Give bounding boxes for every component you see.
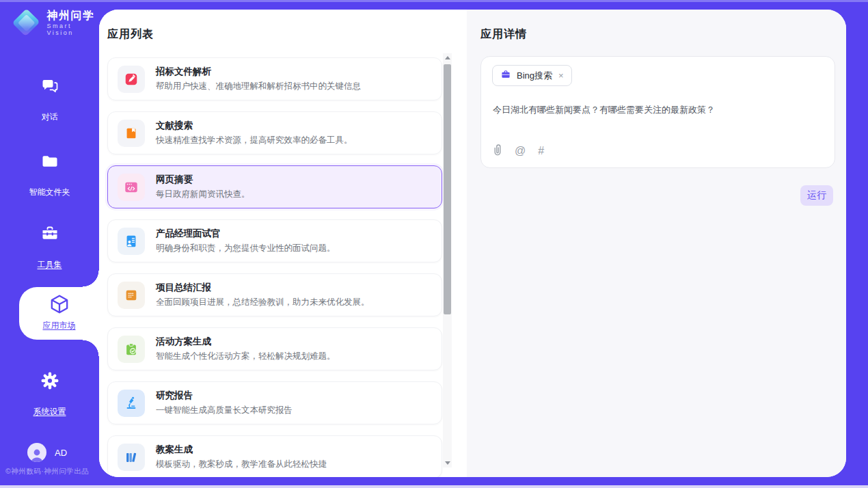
browser-code-icon <box>118 174 145 201</box>
app-card-title: 项目总结汇报 <box>156 282 370 294</box>
app-card[interactable]: 教案生成 模板驱动，教案秒成，教学准备从此轻松快捷 <box>107 435 442 477</box>
hash-icon[interactable]: # <box>538 145 544 157</box>
book-icon <box>118 120 145 147</box>
prompt-card[interactable]: Bing搜索 × 今日湖北有哪些新闻要点？有哪些需要关注的最新政策？ @ # <box>480 56 835 168</box>
app-card-description: 帮助用户快速、准确地理解和解析招标书中的关键信息 <box>156 81 361 92</box>
app-card[interactable]: 项目总结汇报 全面回顾项目进展，总结经验教训，助力未来优化发展。 <box>107 273 442 316</box>
interviewer-doc-icon <box>118 228 145 255</box>
sidebar-item-label: 系统设置 <box>33 406 66 418</box>
books-icon <box>118 444 145 471</box>
app-card-title: 研究报告 <box>156 390 293 402</box>
avatar <box>27 443 46 462</box>
app-card[interactable]: 活动方案生成 智能生成个性化活动方案，轻松解决规划难题。 <box>107 327 442 370</box>
active-tab-curve-bottom <box>83 340 99 356</box>
app-card-title: 招标文件解析 <box>156 66 361 78</box>
app-card-title: 文献搜索 <box>156 120 353 132</box>
gear-icon <box>0 371 99 390</box>
sidebar: 神州问学 Smart Vision 对话 智能文件夹 工具集 <box>0 0 99 488</box>
scroll-up-arrow-icon[interactable] <box>443 53 452 62</box>
app-card-title: 产品经理面试官 <box>156 228 336 240</box>
chat-icon <box>0 77 99 96</box>
sidebar-item-toolset[interactable]: 工具集 <box>0 224 99 271</box>
pen-edit-icon <box>118 66 145 93</box>
paperclip-icon[interactable] <box>493 144 502 159</box>
briefcase-icon <box>500 69 511 83</box>
user-name: AD <box>55 448 67 458</box>
app-card-description: 模板驱动，教案秒成，教学准备从此轻松快捷 <box>156 459 327 470</box>
tool-tag-bing-search[interactable]: Bing搜索 × <box>492 65 572 86</box>
app-list-scrollbar[interactable] <box>443 53 452 467</box>
sidebar-item-label: 智能文件夹 <box>29 187 70 198</box>
app-card-title: 教案生成 <box>156 444 327 456</box>
toolbox-icon <box>0 224 99 243</box>
app-card[interactable]: 研究报告 一键智能生成高质量长文本研究报告 <box>107 381 442 424</box>
tag-close-icon[interactable]: × <box>558 71 564 80</box>
app-detail-title: 应用详情 <box>480 27 527 42</box>
sidebar-item-settings[interactable]: 系统设置 <box>0 371 99 418</box>
app-card[interactable]: 产品经理面试官 明确身份和职责，为您提供专业性的面试问题。 <box>107 219 442 262</box>
copyright-footer: ©神州数码·神州问学出品 <box>5 467 89 476</box>
brand-subtitle: Smart Vision <box>46 23 99 36</box>
sidebar-item-smart-folder[interactable]: 智能文件夹 <box>0 152 99 198</box>
scroll-down-arrow-icon[interactable] <box>443 459 452 467</box>
tool-tag-label: Bing搜索 <box>517 70 552 82</box>
app-card-description: 每日政府新闻资讯快查。 <box>156 189 250 200</box>
app-card-description: 一键智能生成高质量长文本研究报告 <box>156 405 293 416</box>
query-text[interactable]: 今日湖北有哪些新闻要点？有哪些需要关注的最新政策？ <box>493 103 821 116</box>
clipboard-check-icon <box>118 336 145 363</box>
app-detail-panel: 应用详情 Bing搜索 × 今日湖北有哪些新闻要点？有哪些需要关注的最新政策？ <box>467 10 846 477</box>
sidebar-item-chat[interactable]: 对话 <box>0 77 99 123</box>
main-panel: 应用列表 招标文件解析 帮助用户快速、准确地理解和解析招标书中的关键信息 文献搜… <box>99 10 846 477</box>
memo-icon <box>118 282 145 309</box>
app-card-description: 快速精准查找学术资源，提高研究效率的必备工具。 <box>156 135 353 146</box>
window-bottom-edge <box>0 485 868 488</box>
app-card-title: 活动方案生成 <box>156 336 336 348</box>
app-list-title: 应用列表 <box>107 27 154 42</box>
microscope-icon <box>118 390 145 417</box>
sidebar-item-app-market[interactable]: 应用市场 <box>19 287 99 340</box>
cube-icon <box>48 306 71 318</box>
app-list-panel: 应用列表 招标文件解析 帮助用户快速、准确地理解和解析招标书中的关键信息 文献搜… <box>99 10 467 477</box>
user-account[interactable]: AD <box>27 443 67 462</box>
app-card-title: 网页摘要 <box>156 174 250 186</box>
active-tab-curve-top <box>83 271 99 287</box>
app-card-description: 智能生成个性化活动方案，轻松解决规划难题。 <box>156 351 336 362</box>
app-card[interactable]: 招标文件解析 帮助用户快速、准确地理解和解析招标书中的关键信息 <box>107 57 442 100</box>
attachment-toolbar: @ # <box>493 144 544 159</box>
scrollbar-thumb[interactable] <box>444 64 451 314</box>
brand-name: 神州问学 <box>46 9 99 23</box>
app-card-list: 招标文件解析 帮助用户快速、准确地理解和解析招标书中的关键信息 文献搜索 快速精… <box>107 57 442 477</box>
brand-diamond-icon <box>12 8 40 36</box>
mention-icon[interactable]: @ <box>515 145 526 157</box>
brand-logo: 神州问学 Smart Vision <box>12 8 99 37</box>
run-button[interactable]: 运行 <box>800 185 833 206</box>
app-card-description: 明确身份和职责，为您提供专业性的面试问题。 <box>156 243 336 254</box>
folder-icon <box>0 152 99 171</box>
sidebar-item-label: 对话 <box>42 111 58 123</box>
window-top-edge <box>0 0 868 2</box>
app-card-description: 全面回顾项目进展，总结经验教训，助力未来优化发展。 <box>156 297 370 308</box>
app-card[interactable]: 网页摘要 每日政府新闻资讯快查。 <box>107 165 442 208</box>
app-card[interactable]: 文献搜索 快速精准查找学术资源，提高研究效率的必备工具。 <box>107 111 442 154</box>
sidebar-item-label: 工具集 <box>38 259 62 271</box>
sidebar-item-label: 应用市场 <box>43 320 76 331</box>
